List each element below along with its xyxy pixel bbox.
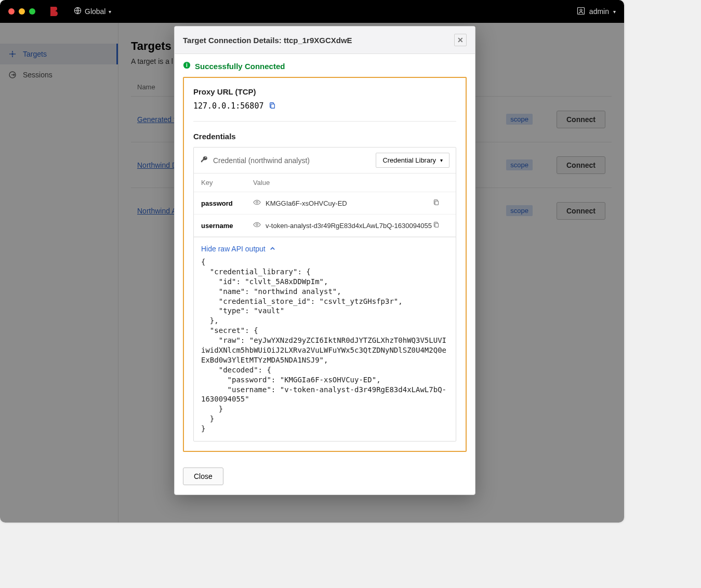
raw-toggle-label: Hide raw API output — [201, 245, 266, 253]
credential-library-button[interactable]: Credential Library ▾ — [376, 153, 449, 168]
credential-value: v-token-analyst-d3r49RgE83d4xLAwL7bQ-163… — [266, 222, 433, 230]
eye-icon[interactable] — [253, 198, 266, 208]
svg-point-8 — [256, 202, 258, 204]
credential-row: username v-token-analyst-d3r49RgE83d4xLA… — [194, 215, 456, 237]
chevron-down-icon: ▾ — [613, 9, 616, 15]
svg-rect-7 — [271, 104, 275, 108]
credential-box: Credential (northwind analyst) Credentia… — [193, 147, 456, 442]
credential-library-label: Credential Library — [382, 156, 436, 164]
divider — [193, 121, 456, 122]
credential-value: KMGGIa6F-xsOHVCuy-ED — [266, 199, 433, 207]
modal-close-button[interactable]: ✕ — [454, 34, 467, 46]
copy-icon[interactable] — [269, 102, 276, 111]
close-window-icon[interactable] — [8, 8, 15, 15]
scope-label: Global — [85, 7, 105, 16]
credential-row: password KMGGIa6F-xsOHVCuy-ED — [194, 192, 456, 215]
modal-footer: Close — [175, 460, 475, 495]
svg-text:i: i — [186, 62, 188, 68]
app-window: Global ▾ admin ▾ Tar — [0, 0, 624, 523]
column-key: Key — [201, 179, 253, 186]
chevron-up-icon — [270, 245, 275, 253]
proxy-url-row: 127.0.0.1:56807 — [193, 101, 456, 111]
key-icon — [200, 155, 208, 165]
info-icon: i — [183, 61, 191, 71]
connection-status: i Successfully Connected — [175, 54, 475, 71]
modal-content: Proxy URL (TCP) 127.0.0.1:56807 Credenti… — [183, 77, 467, 452]
minimize-window-icon[interactable] — [19, 8, 25, 15]
status-text: Successfully Connected — [195, 62, 285, 71]
credential-key: username — [201, 222, 253, 230]
chevron-down-icon: ▾ — [109, 9, 111, 15]
user-label: admin — [589, 7, 609, 16]
raw-output-toggle[interactable]: Hide raw API output — [201, 245, 448, 253]
proxy-url-title: Proxy URL (TCP) — [193, 87, 456, 96]
copy-icon[interactable] — [433, 199, 448, 207]
svg-point-2 — [580, 9, 582, 11]
globe-icon — [74, 7, 82, 16]
credentials-title: Credentials — [193, 132, 456, 141]
connection-details-modal: Target Connection Details: ttcp_1r9XGCXd… — [174, 26, 475, 495]
eye-icon[interactable] — [253, 221, 266, 230]
titlebar: Global ▾ admin ▾ — [0, 0, 624, 23]
raw-api-section: Hide raw API output { "credential_librar… — [194, 237, 456, 441]
proxy-url-value: 127.0.0.1:56807 — [193, 101, 263, 111]
chevron-down-icon: ▾ — [440, 157, 443, 163]
credential-key: password — [201, 199, 253, 207]
scope-selector[interactable]: Global ▾ — [74, 7, 111, 16]
svg-point-10 — [256, 224, 258, 226]
user-menu[interactable]: admin ▾ — [577, 7, 616, 17]
raw-api-output: { "credential_library": { "id": "clvlt_5… — [201, 257, 448, 434]
close-icon: ✕ — [457, 36, 464, 44]
close-button[interactable]: Close — [183, 467, 223, 485]
modal-header: Target Connection Details: ttcp_1r9XGCXd… — [175, 26, 475, 54]
modal-title: Target Connection Details: ttcp_1r9XGCXd… — [183, 36, 352, 45]
column-value: Value — [253, 179, 433, 186]
app-logo-icon — [48, 5, 59, 18]
fullscreen-window-icon[interactable] — [29, 8, 35, 15]
credential-table-header: Key Value — [194, 173, 456, 192]
svg-rect-9 — [435, 201, 439, 205]
window-controls — [8, 8, 35, 15]
user-icon — [577, 7, 585, 17]
credential-name: Credential (northwind analyst) — [213, 156, 371, 165]
credential-header: Credential (northwind analyst) Credentia… — [194, 148, 456, 173]
svg-rect-11 — [435, 223, 439, 227]
copy-icon[interactable] — [433, 221, 448, 230]
